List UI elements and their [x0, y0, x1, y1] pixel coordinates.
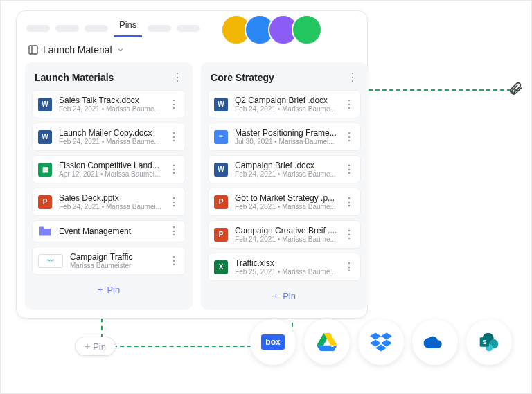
more-icon[interactable]: ⋮: [347, 72, 358, 83]
column: Launch Materials⋮WSales Talk Track.docxF…: [25, 62, 193, 310]
list-item[interactable]: PGot to Market Strategy .p...Feb 24, 202…: [208, 188, 361, 216]
more-icon[interactable]: ⋮: [168, 226, 179, 237]
svg-marker-10: [375, 345, 387, 352]
tab-placeholder[interactable]: [85, 25, 108, 32]
more-icon[interactable]: ⋮: [168, 256, 179, 267]
svg-rect-0: [29, 46, 37, 54]
pin-label: Pin: [93, 341, 106, 352]
svg-marker-6: [370, 333, 381, 340]
ppt-icon: P: [38, 195, 52, 209]
pin-button[interactable]: +Pin: [32, 279, 186, 296]
file-meta: Feb 24, 2021 • Marissa Baume...: [235, 235, 337, 243]
avatar-stack: [228, 15, 322, 45]
file-meta: Feb 24, 2021 • Marissa Baume...: [235, 170, 337, 178]
file-meta: Marissa Baumeister: [70, 262, 161, 269]
pin-button[interactable]: +Pin: [208, 285, 361, 303]
service-dropbox[interactable]: [358, 319, 404, 365]
svg-marker-7: [381, 333, 392, 340]
file-meta: Feb 24, 2021 • Marissa Baume...: [59, 105, 161, 113]
more-icon[interactable]: ⋮: [168, 197, 179, 208]
list-item[interactable]: XTraffic.xlsxFeb 25, 2021 • Marissa Baum…: [208, 253, 361, 281]
avatar[interactable]: [292, 15, 322, 45]
tab-placeholder[interactable]: [55, 25, 79, 32]
service-box[interactable]: box: [250, 319, 296, 365]
list-item[interactable]: 〰︎Campaign TrafficMarissa Baumeister⋮: [32, 247, 186, 275]
list-item[interactable]: WCampaign Brief .docxFeb 24, 2021 • Mari…: [208, 155, 361, 183]
plus-icon: +: [85, 341, 90, 352]
file-name: Got to Market Strategy .p...: [235, 193, 337, 203]
breadcrumb-title: Launch Material: [43, 44, 112, 55]
pin-label: Pin: [107, 285, 120, 295]
more-icon[interactable]: ⋮: [168, 99, 179, 110]
file-meta: Feb 24, 2021 • Marissa Baumei...: [59, 203, 161, 211]
tab-placeholder[interactable]: [177, 25, 200, 32]
svg-marker-5: [317, 346, 334, 351]
chevron-down-icon: [116, 46, 125, 54]
file-meta: Feb 25, 2021 • Marissa Baume...: [235, 268, 337, 276]
file-name: Launch Mailer Copy.docx: [59, 128, 161, 138]
plus-icon: +: [98, 285, 103, 295]
sheets-icon: ▦: [38, 163, 52, 177]
tab-placeholder[interactable]: [148, 25, 171, 32]
list-item[interactable]: ≡Master Positioning Frame...Jul 30, 2021…: [208, 123, 361, 151]
more-icon[interactable]: ⋮: [344, 164, 355, 175]
word-icon: W: [214, 98, 228, 111]
file-name: Traffic.xlsx: [235, 258, 337, 268]
excel-icon: X: [214, 260, 228, 274]
ppt-icon: P: [214, 195, 228, 209]
more-icon[interactable]: ⋮: [344, 262, 355, 273]
svg-text:S: S: [482, 339, 486, 346]
more-icon[interactable]: ⋮: [344, 229, 355, 240]
more-icon[interactable]: ⋮: [168, 132, 179, 143]
box-icon: box: [261, 334, 285, 350]
list-item[interactable]: WLaunch Mailer Copy.docxFeb 24, 2021 • M…: [32, 123, 186, 151]
paperclip-icon[interactable]: [508, 81, 523, 99]
file-name: Q2 Campaign Brief .docx: [235, 96, 337, 105]
more-icon[interactable]: ⋮: [168, 164, 179, 175]
more-icon[interactable]: ⋮: [344, 99, 355, 110]
file-name: Master Positioning Frame...: [235, 128, 337, 138]
pins-panel: Pins Launch Material Launch Materials⋮WS…: [16, 10, 368, 319]
file-meta: Feb 24, 2021 • Marissa Baume...: [235, 203, 337, 211]
list-item[interactable]: PCampaign Creative Breif ....Feb 24, 202…: [208, 220, 361, 249]
svg-marker-9: [381, 340, 392, 347]
pin-label: Pin: [283, 291, 296, 301]
list-item[interactable]: WQ2 Campaign Brief .docxFeb 24, 2021 • M…: [208, 90, 361, 118]
word-icon: W: [214, 163, 228, 177]
tab-placeholder[interactable]: [26, 25, 50, 32]
service-gdrive[interactable]: [304, 319, 350, 365]
column: Core Strategy⋮WQ2 Campaign Brief .docxFe…: [201, 62, 368, 310]
dropbox-icon: [370, 332, 392, 352]
folder-icon: [38, 226, 52, 237]
file-meta: Feb 24, 2021 • Marissa Baume...: [235, 105, 337, 113]
onedrive-icon: [423, 334, 447, 350]
list-item[interactable]: ▦Fission Competitive Land...Apr 12, 2021…: [32, 155, 186, 183]
service-onedrive[interactable]: [412, 319, 458, 365]
ppt-icon: P: [214, 228, 228, 242]
plus-icon: +: [274, 291, 279, 301]
file-name: Campaign Brief .docx: [235, 161, 337, 170]
column-title: Core Strategy: [211, 72, 274, 83]
external-pin-button[interactable]: + Pin: [75, 337, 116, 356]
integration-row: box S: [250, 319, 512, 365]
column-title: Launch Materials: [35, 72, 114, 83]
more-icon[interactable]: ⋮: [344, 197, 355, 208]
file-name: Campaign Creative Breif ....: [235, 226, 337, 235]
list-item[interactable]: PSales Deck.pptxFeb 24, 2021 • Marissa B…: [32, 188, 186, 216]
svg-marker-8: [370, 340, 381, 347]
service-sharepoint[interactable]: S: [466, 319, 512, 365]
file-name: Fission Competitive Land...: [59, 161, 161, 170]
tab-pins[interactable]: Pins: [114, 19, 142, 37]
gdrive-icon: [317, 333, 337, 351]
file-name: Sales Talk Track.docx: [59, 96, 161, 105]
more-icon[interactable]: ⋮: [172, 72, 183, 83]
list-item[interactable]: WSales Talk Track.docxFeb 24, 2021 • Mar…: [32, 90, 186, 118]
word-icon: W: [38, 98, 52, 111]
more-icon[interactable]: ⋮: [344, 132, 355, 143]
list-item[interactable]: Event Management⋮: [32, 220, 186, 242]
file-meta: Feb 24, 2021 • Marissa Baume...: [59, 138, 161, 145]
docs-icon: ≡: [214, 130, 228, 144]
word-icon: W: [38, 130, 52, 144]
file-name: Sales Deck.pptx: [59, 193, 161, 203]
file-meta: Apr 12, 2021 • Marissa Baumei...: [59, 170, 161, 178]
